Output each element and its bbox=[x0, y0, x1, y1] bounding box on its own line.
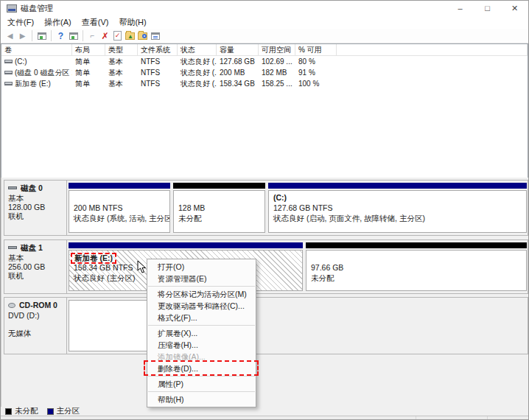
cdrom-header[interactable]: CD-ROM 0 DVD (D:) 无媒体 bbox=[4, 298, 67, 354]
menu-item-help[interactable]: 帮助(H) bbox=[147, 393, 256, 405]
delete-volume-label: 删除卷(D)... bbox=[158, 364, 198, 373]
menu-item-mark-active[interactable]: 将分区标记为活动分区(M) bbox=[147, 288, 256, 300]
primary-partition-color-bar bbox=[69, 242, 303, 248]
volume-icon bbox=[4, 60, 13, 63]
disk0-partition-system[interactable]: 200 MB NTFS 状态良好 (系统, 活动, 主分区) bbox=[69, 183, 170, 233]
cdrom-name: CD-ROM 0 bbox=[19, 301, 57, 309]
partition-status: 未分配 bbox=[311, 273, 526, 284]
volume-list: 卷 布局 类型 文件系统 状态 容量 可用空间 % 可用 (C:) 简单 基本 … bbox=[1, 43, 528, 178]
menu-item-format[interactable]: 格式化(F)... bbox=[147, 312, 256, 323]
volume-icon bbox=[4, 71, 13, 74]
volume-capacity: 158.34 GB bbox=[217, 80, 259, 88]
bottom-strip bbox=[1, 416, 528, 420]
volume-name: (磁盘 0 磁盘分区 1) bbox=[15, 68, 72, 78]
menu-view[interactable]: 查看(V) bbox=[77, 17, 114, 28]
column-filesystem[interactable]: 文件系统 bbox=[138, 44, 178, 55]
menu-action[interactable]: 操作(A) bbox=[39, 17, 77, 28]
disk-size: 128.00 GB bbox=[8, 203, 66, 211]
menu-item-extend-volume[interactable]: 扩展卷(X)... bbox=[147, 327, 256, 339]
volume-status: 状态良好 (... bbox=[178, 79, 217, 89]
column-free-space[interactable]: 可用空间 bbox=[259, 44, 295, 55]
primary-legend-label: 主分区 bbox=[57, 406, 80, 416]
volume-row-c[interactable]: (C:) 简单 基本 NTFS 状态良好 (... 127.68 GB 102.… bbox=[1, 56, 528, 67]
disk0-partition-unallocated[interactable]: 128 MB 未分配 bbox=[173, 183, 265, 233]
unallocated-color-bar bbox=[173, 183, 265, 189]
volume-pct-free: 91 % bbox=[295, 69, 337, 77]
partition-size: 128 MB bbox=[178, 203, 264, 214]
partition-label bbox=[178, 193, 264, 203]
column-type[interactable]: 类型 bbox=[105, 44, 138, 55]
primary-partition-color-bar bbox=[268, 183, 527, 189]
disk0-partition-c[interactable]: (C:) 127.68 GB NTFS 状态良好 (启动, 页面文件, 故障转储… bbox=[268, 183, 527, 233]
disk1-partition-unallocated[interactable]: 97.66 GB 未分配 bbox=[306, 242, 527, 291]
disk-icon bbox=[8, 186, 17, 189]
menu-help[interactable]: 帮助(H) bbox=[113, 17, 151, 28]
volume-free: 182 MB bbox=[259, 69, 295, 77]
disk0-header[interactable]: 磁盘 0 基本 128.00 GB 联机 bbox=[4, 181, 67, 235]
menu-bar: 文件(F) 操作(A) 查看(V) 帮助(H) bbox=[1, 15, 528, 29]
column-volume[interactable]: 卷 bbox=[1, 44, 72, 55]
column-status[interactable]: 状态 bbox=[178, 44, 217, 55]
volume-pct-free: 80 % bbox=[295, 57, 337, 66]
toolbar: ◀ ▶ ? ⌐ ✗ ✓ ▲ bbox=[1, 29, 528, 43]
volume-name: 新加卷 (E:) bbox=[15, 79, 51, 89]
minimize-button[interactable]: – bbox=[446, 1, 474, 15]
disk-size: 256.00 GB bbox=[8, 262, 66, 271]
cdrom-band: CD-ROM 0 DVD (D:) 无媒体 bbox=[4, 297, 528, 354]
properties-window-icon[interactable] bbox=[149, 30, 161, 42]
add-folder-icon[interactable]: ▲ bbox=[124, 30, 136, 42]
disk-management-window: 磁盘管理 – □ ✕ 文件(F) 操作(A) 查看(V) 帮助(H) ◀ ▶ ?… bbox=[0, 0, 529, 420]
volume-filesystem: NTFS bbox=[138, 57, 178, 66]
volume-name: (C:) bbox=[15, 57, 27, 66]
disk1-band: 磁盘 1 基本 256.00 GB 联机 新加卷 (E:) 158.34 GB … bbox=[4, 239, 528, 294]
mouse-cursor-icon bbox=[137, 260, 147, 276]
menu-item-change-drive-letter[interactable]: 更改驱动器号和路径(C)... bbox=[147, 300, 256, 312]
disk-status: 联机 bbox=[8, 211, 66, 220]
menu-file[interactable]: 文件(F) bbox=[2, 17, 39, 28]
popup-menu-icon[interactable]: ⌐ bbox=[86, 30, 99, 42]
toolbar-separator bbox=[32, 30, 32, 41]
primary-partition-color-bar bbox=[69, 183, 170, 189]
volume-capacity: 127.68 GB bbox=[217, 57, 259, 66]
close-button[interactable]: ✕ bbox=[501, 1, 528, 15]
toolbar-separator bbox=[83, 30, 83, 41]
check-document-icon[interactable]: ✓ bbox=[111, 30, 124, 42]
disk1-header[interactable]: 磁盘 1 基本 256.00 GB 联机 bbox=[4, 240, 67, 293]
volume-layout: 简单 bbox=[72, 68, 105, 78]
back-arrow-icon[interactable]: ◀ bbox=[4, 30, 16, 42]
window-controls: – □ ✕ bbox=[446, 1, 528, 15]
volume-free: 102.69 ... bbox=[259, 57, 295, 66]
window-title: 磁盘管理 bbox=[21, 3, 53, 14]
forward-arrow-icon[interactable]: ▶ bbox=[16, 30, 29, 42]
primary-legend-swatch bbox=[47, 408, 54, 415]
menu-item-properties[interactable]: 属性(P) bbox=[147, 378, 256, 390]
delete-volume-icon[interactable]: ✗ bbox=[99, 30, 111, 42]
volume-type: 基本 bbox=[105, 68, 138, 78]
menu-item-open[interactable]: 打开(O) bbox=[147, 261, 256, 273]
column-capacity[interactable]: 容量 bbox=[217, 44, 259, 55]
partition-status: 状态良好 (启动, 页面文件, 故障转储, 主分区) bbox=[273, 214, 526, 224]
volume-row-new-volume-e[interactable]: 新加卷 (E:) 简单 基本 NTFS 状态良好 (... 158.34 GB … bbox=[1, 78, 528, 89]
volume-layout: 简单 bbox=[72, 79, 105, 89]
disk-type: 基本 bbox=[8, 253, 66, 262]
volume-row-system-partition[interactable]: (磁盘 0 磁盘分区 1) 简单 基本 NTFS 状态良好 (... 200 M… bbox=[1, 67, 528, 78]
partition-label bbox=[74, 193, 169, 203]
disk-type: 基本 bbox=[8, 194, 66, 203]
column-layout[interactable]: 布局 bbox=[72, 44, 105, 55]
disk-icon bbox=[8, 246, 17, 249]
find-folder-icon[interactable] bbox=[136, 30, 149, 42]
menu-separator bbox=[148, 286, 255, 287]
console-window-icon[interactable] bbox=[35, 30, 48, 42]
volume-icon bbox=[4, 82, 13, 85]
partition-size: 200 MB NTFS bbox=[74, 203, 169, 214]
menu-item-shrink-volume[interactable]: 压缩卷(H)... bbox=[147, 339, 256, 351]
help-icon[interactable]: ? bbox=[55, 30, 67, 42]
console-tree-icon[interactable] bbox=[67, 30, 80, 42]
cdrom-media-status: 无媒体 bbox=[8, 329, 66, 337]
partition-status: 状态良好 (系统, 活动, 主分区) bbox=[74, 214, 169, 224]
title-bar: 磁盘管理 – □ ✕ bbox=[1, 1, 528, 15]
maximize-button[interactable]: □ bbox=[474, 1, 501, 15]
menu-item-explorer[interactable]: 资源管理器(E) bbox=[147, 273, 256, 284]
menu-item-delete-volume[interactable]: 删除卷(D)... bbox=[147, 363, 256, 374]
column-pct-free[interactable]: % 可用 bbox=[295, 44, 337, 55]
